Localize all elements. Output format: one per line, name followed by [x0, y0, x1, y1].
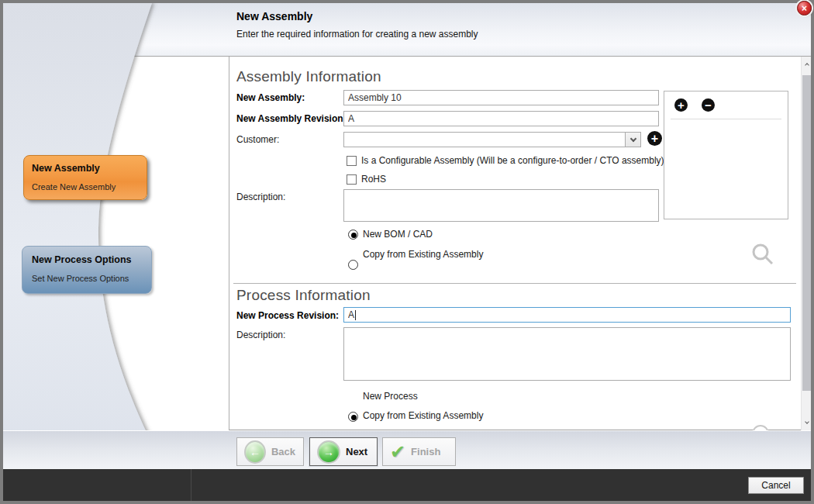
- copy-existing-assembly-radio[interactable]: [348, 260, 358, 270]
- step-title: New Process Options: [32, 254, 142, 265]
- scroll-down-button[interactable]: [802, 415, 811, 430]
- assembly-description-label: Description:: [236, 192, 285, 202]
- copy-existing-assembly-radio-label: Copy from Existing Assembly: [363, 249, 483, 260]
- new-assembly-label: New Assembly:: [236, 92, 305, 103]
- configurable-assembly-checkbox[interactable]: [347, 156, 357, 166]
- wizard-button-bar: ← Back → Next ✔ Finish: [3, 430, 811, 469]
- bottom-bar: [3, 469, 811, 501]
- back-arrow-icon: ←: [244, 440, 266, 464]
- assembly-section-heading: Assembly Information: [236, 68, 381, 85]
- new-process-revision-label: New Process Revision:: [236, 310, 339, 321]
- attachment-remove-button[interactable]: −: [702, 98, 715, 112]
- back-button-label: Back: [271, 446, 295, 457]
- add-customer-button[interactable]: +: [647, 131, 662, 146]
- scroll-up-button[interactable]: [802, 57, 811, 72]
- finish-button-label: Finish: [411, 446, 440, 457]
- new-bom-cad-radio[interactable]: [348, 230, 358, 240]
- wizard-window: New Assembly Enter the required informat…: [3, 3, 811, 501]
- chevron-down-icon: [629, 136, 636, 142]
- back-button[interactable]: ← Back: [236, 437, 304, 466]
- finish-button[interactable]: ✔ Finish: [382, 437, 456, 466]
- chevron-up-icon: [805, 63, 809, 67]
- next-button[interactable]: → Next: [309, 437, 378, 466]
- new-assembly-revision-label: New Assembly Revision:: [236, 113, 347, 124]
- new-bom-cad-radio-label: New BOM / CAD: [363, 229, 433, 240]
- plus-icon: +: [651, 133, 658, 145]
- step-card-new-process-options[interactable]: New Process Options Set New Process Opti…: [22, 246, 152, 294]
- new-process-radio-label: New Process: [363, 391, 418, 402]
- search-assembly-icon[interactable]: [750, 242, 775, 267]
- cancel-button[interactable]: Cancel: [748, 477, 804, 494]
- bottom-bar-divider: [191, 469, 191, 501]
- cancel-button-label: Cancel: [761, 480, 790, 491]
- step-subtitle: Create New Assembly: [32, 182, 139, 192]
- customer-label: Customer:: [236, 134, 279, 145]
- customer-dropdown-button[interactable]: [625, 133, 640, 147]
- vertical-scrollbar[interactable]: [801, 57, 811, 430]
- plus-icon: +: [678, 99, 685, 111]
- finish-check-icon: ✔: [390, 441, 405, 463]
- step-card-new-assembly[interactable]: New Assembly Create New Assembly: [23, 155, 147, 200]
- process-copy-existing-radio-label: Copy from Existing Assembly: [363, 410, 483, 421]
- configurable-assembly-checkbox-label: Is a Configurable Assembly (Will be a co…: [361, 155, 664, 166]
- step-title: New Assembly: [32, 163, 139, 174]
- close-icon: ×: [802, 4, 807, 13]
- process-section-heading: Process Information: [236, 287, 371, 304]
- close-button[interactable]: ×: [797, 1, 812, 16]
- attachment-add-button[interactable]: +: [674, 98, 688, 112]
- new-process-revision-input[interactable]: [343, 307, 791, 323]
- minus-icon: −: [705, 99, 712, 111]
- rohs-checkbox[interactable]: [347, 174, 357, 185]
- customer-dropdown[interactable]: [343, 132, 641, 147]
- assembly-description-textarea[interactable]: [343, 189, 659, 222]
- process-description-label: Description:: [236, 330, 285, 340]
- rohs-checkbox-label: RoHS: [361, 174, 386, 185]
- next-button-label: Next: [346, 446, 367, 457]
- next-arrow-icon: →: [317, 440, 340, 464]
- text-cursor: [355, 310, 356, 320]
- sidebar-curve: [3, 3, 181, 469]
- page-title: New Assembly: [236, 10, 312, 22]
- page-subtitle: Enter the required information for creat…: [236, 29, 478, 40]
- new-assembly-revision-input[interactable]: [343, 111, 659, 126]
- new-process-radio[interactable]: [348, 412, 358, 422]
- new-assembly-input[interactable]: [343, 90, 659, 105]
- step-subtitle: Set New Process Options: [32, 274, 142, 283]
- attachment-separator: [671, 119, 781, 119]
- process-description-textarea[interactable]: [343, 327, 791, 381]
- chevron-down-icon: [805, 419, 809, 424]
- section-divider: [233, 283, 796, 284]
- attachment-list-panel: + −: [664, 91, 788, 219]
- scrollbar-thumb[interactable]: [802, 75, 811, 391]
